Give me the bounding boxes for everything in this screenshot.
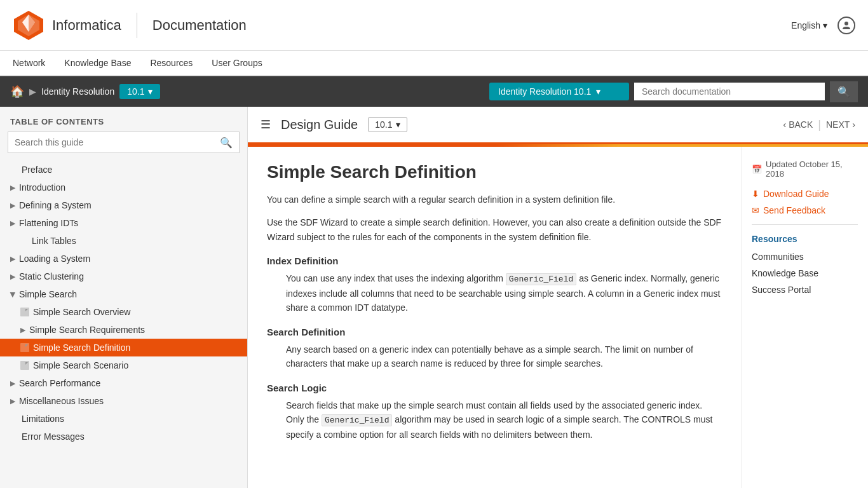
updated-date: 📅 Updated October 15, 2018 [752,159,858,179]
main-layout: TABLE OF CONTENTS 🔍 Preface ▶ Introducti… [0,107,868,488]
toc-item-simple-search-definition[interactable]: Simple Search Definition [0,339,247,356]
right-divider [752,224,858,225]
guide-title: Design Guide [281,118,358,132]
toc-item-static-clustering[interactable]: ▶ Static Clustering [0,268,247,285]
doc-search-area: Identity Resolution 10.1 ▾ 🔍 [489,81,858,102]
chevron-down-icon: ▾ [396,119,400,130]
toc-item-simple-search-scenario[interactable]: Simple Search Scenario [0,356,247,374]
calendar-icon: 📅 [752,165,762,174]
toc-item-introduction[interactable]: ▶ Introduction [0,179,247,196]
language-selector[interactable]: English ▾ [791,20,827,30]
back-button[interactable]: ‹ BACK [783,119,813,130]
communities-link[interactable]: Communities [752,252,858,262]
toc-label: Preface [22,165,52,175]
sidebar-toggle[interactable]: ◀ [247,285,248,310]
toc-header: TABLE OF CONTENTS [0,107,247,132]
toc-label: Flattening IDTs [19,218,78,228]
chevron-left-icon: ‹ [783,119,787,130]
chevron-right-icon: › [852,119,855,130]
breadcrumb-version[interactable]: 10.1 ▾ [119,84,160,99]
breadcrumb-product[interactable]: Identity Resolution [41,86,114,97]
success-portal-link[interactable]: Success Portal [752,285,858,295]
toc-search-input[interactable] [8,132,214,152]
download-guide-link[interactable]: ⬇ Download Guide [752,189,858,199]
logo-divider [137,13,137,38]
toc-label: Loading a System [19,254,90,264]
right-sidebar: 📅 Updated October 15, 2018 ⬇ Download Gu… [741,147,868,488]
user-account-icon[interactable] [837,17,855,34]
section-body-search-logic: Search fields that make up the simple se… [267,398,722,442]
nav-network[interactable]: Network [13,50,45,76]
nav-user-groups[interactable]: User Groups [212,50,262,76]
header-right: English ▾ [791,17,855,34]
svg-point-4 [844,22,848,25]
breadcrumb-bar: 🏠 ▶ Identity Resolution 10.1 ▾ Identity … [0,76,868,107]
toc-item-preface[interactable]: Preface [0,161,247,179]
toc-item-error-messages[interactable]: Error Messages [0,428,247,445]
arrow-right-icon: ▶ [10,219,15,227]
chevron-down-icon: ▾ [823,20,827,30]
logo-area: Informatica Documentation [13,10,247,41]
person-icon [841,20,851,30]
section-body-search-def: Any search based on a generic index can … [267,342,722,371]
toc-label: Introduction [19,182,65,193]
doc-version-label: Identity Resolution 10.1 [498,86,591,97]
download-icon: ⬇ [752,189,759,199]
arrow-right-icon: ▶ [20,326,25,334]
doc-search-button[interactable]: 🔍 [830,81,858,102]
toc-item-miscellaneous[interactable]: ▶ Miscellaneous Issues [0,392,247,410]
arrow-down-icon: ▶ [9,292,17,297]
guide-version-selector[interactable]: 10.1 ▾ [368,117,407,132]
toc-label: Static Clustering [19,271,84,281]
arrow-right-icon: ▶ [10,379,15,388]
article: Simple Search Definition You can define … [248,147,741,488]
doc-search-input[interactable] [634,83,825,100]
toc-label: Simple Search [19,289,77,299]
toc-item-defining[interactable]: ▶ Defining a System [0,196,247,214]
page-icon [20,308,29,316]
page-icon [20,343,29,352]
toc-item-limitations[interactable]: Limitations [0,410,247,428]
toc-item-simple-search-requirements[interactable]: ▶ Simple Search Requirements [0,321,247,339]
chevron-down-icon: ▾ [148,86,153,97]
nav-knowledge-base[interactable]: Knowledge Base [64,50,131,76]
toc-item-simple-search-overview[interactable]: Simple Search Overview [0,303,247,321]
nav-resources[interactable]: Resources [150,50,193,76]
top-header: Informatica Documentation English ▾ [0,0,868,51]
nav-separator: | [818,118,821,132]
home-breadcrumb[interactable]: 🏠 [10,85,24,98]
next-button[interactable]: NEXT › [826,119,855,130]
resources-section-title: Resources [752,234,858,244]
toc-item-flattening[interactable]: ▶ Flattening IDTs [0,214,247,232]
toc-search: 🔍 [8,132,240,153]
nav-buttons: ‹ BACK | NEXT › [783,118,856,132]
sidebar: TABLE OF CONTENTS 🔍 Preface ▶ Introducti… [0,107,248,488]
language-label: English [791,20,820,30]
toc-item-link-tables[interactable]: Link Tables [0,232,247,250]
article-title: Simple Search Definition [267,162,722,182]
section-body-index: You can use any index that uses the inde… [267,271,722,315]
toc-label: Error Messages [22,431,85,442]
index-body-text: You can use any index that uses the inde… [286,273,503,283]
knowledge-base-link[interactable]: Knowledge Base [752,268,858,278]
back-label: BACK [789,119,813,130]
toc-item-search-performance[interactable]: ▶ Search Performance [0,374,247,392]
arrow-right-icon: ▶ [10,397,15,405]
content-header: ☰ Design Guide 10.1 ▾ ‹ BACK | NEXT › [248,107,868,144]
guide-menu-icon[interactable]: ☰ [261,118,271,132]
send-feedback-link[interactable]: ✉ Send Feedback [752,205,858,215]
article-intro-2: Use the SDF Wizard to create a simple se… [267,215,722,244]
arrow-right-icon: ▶ [10,184,15,192]
updated-label: Updated October 15, 2018 [766,159,858,179]
envelope-icon: ✉ [752,205,759,215]
toc-label: Limitations [22,414,64,424]
logo-text: Informatica [52,17,121,34]
section-heading-search-logic: Search Logic [267,383,722,393]
toc-item-simple-search[interactable]: ▶ Simple Search [0,285,247,303]
toc-search-button[interactable]: 🔍 [214,133,239,152]
section-heading-index: Index Definition [267,255,722,266]
doc-version-select[interactable]: Identity Resolution 10.1 ▾ [489,83,629,100]
article-intro-1: You can define a simple search with a re… [267,193,722,207]
toc-item-loading[interactable]: ▶ Loading a System [0,250,247,268]
section-heading-search-def: Search Definition [267,327,722,337]
